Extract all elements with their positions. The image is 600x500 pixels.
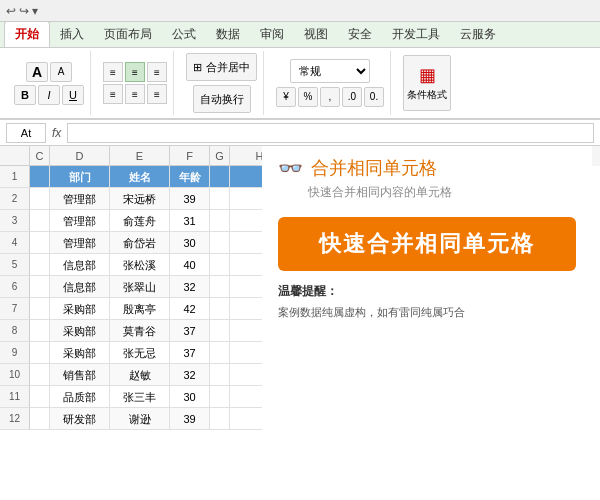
alignment-buttons: ≡ ≡ ≡ ≡ ≡ ≡ <box>103 62 167 104</box>
row-num-2[interactable]: 2 <box>0 188 30 210</box>
row-num-1[interactable]: 1 <box>0 166 30 188</box>
header-cell-name[interactable]: 姓名 <box>110 166 170 188</box>
col-header-F[interactable]: F <box>170 146 210 166</box>
tab-formula[interactable]: 公式 <box>162 22 206 47</box>
glasses-icon: 👓 <box>278 156 303 180</box>
dec-increase-button[interactable]: .0 <box>342 87 362 107</box>
ribbon-toolbar: A A B I U ≡ ≡ ≡ ≡ ≡ ≡ ⊞ 合并居中 自动换行 常规 <box>0 48 600 120</box>
align-bottom-center[interactable]: ≡ <box>125 84 145 104</box>
align-top-right[interactable]: ≡ <box>147 62 167 82</box>
row-num-3[interactable]: 3 <box>0 210 30 232</box>
row-num-8[interactable]: 8 <box>0 320 30 342</box>
warm-tip-label: 温馨提醒： <box>278 283 576 300</box>
auto-wrap-button[interactable]: 自动换行 <box>193 85 251 113</box>
format-group: 常规 数值 货币 文本 ¥ % , .0 0. <box>270 51 391 115</box>
tab-cloud[interactable]: 云服务 <box>450 22 506 47</box>
quick-access-toolbar: ↩ ↪ ▾ <box>6 4 38 18</box>
merge-center-button[interactable]: ⊞ 合并居中 <box>186 53 257 81</box>
font-size-controls: A A <box>26 62 72 82</box>
align-top-center[interactable]: ≡ <box>125 62 145 82</box>
ribbon-tabs: 开始 插入 页面布局 公式 数据 审阅 视图 安全 开发工具 云服务 <box>0 22 600 48</box>
thousands-button[interactable]: , <box>320 87 340 107</box>
cond-format-icon: ▦ <box>419 64 436 86</box>
bold-button[interactable]: B <box>14 85 36 105</box>
header-cell-dept[interactable]: 部门 <box>50 166 110 188</box>
row-num-5[interactable]: 5 <box>0 254 30 276</box>
warm-tip-text: 案例数据纯属虚构，如有雷同纯属巧合 <box>278 304 576 322</box>
font-group: A A B I U <box>8 51 91 115</box>
conditional-format-button[interactable]: ▦ 条件格式 <box>403 55 451 111</box>
tab-insert[interactable]: 插入 <box>50 22 94 47</box>
undo-button[interactable]: ↩ <box>6 4 16 18</box>
tab-home[interactable]: 开始 <box>4 21 50 47</box>
number-format-select[interactable]: 常规 数值 货币 文本 <box>290 59 370 83</box>
col-header-G[interactable]: G <box>210 146 230 166</box>
row-num-4[interactable]: 4 <box>0 232 30 254</box>
yuan-button[interactable]: ¥ <box>276 87 296 107</box>
cell-reference-input[interactable] <box>6 123 46 143</box>
header-cell-C[interactable] <box>30 166 50 188</box>
tab-layout[interactable]: 页面布局 <box>94 22 162 47</box>
row-num-7[interactable]: 7 <box>0 298 30 320</box>
merge-label: 合并居中 <box>206 60 250 75</box>
dec-decrease-button[interactable]: 0. <box>364 87 384 107</box>
merge-group: ⊞ 合并居中 自动换行 <box>180 51 264 115</box>
font-small-button[interactable]: A <box>50 62 72 82</box>
cond-format-group: ▦ 条件格式 <box>397 51 457 115</box>
align-bottom-left[interactable]: ≡ <box>103 84 123 104</box>
cond-format-label: 条件格式 <box>407 88 447 102</box>
header-cell-age[interactable]: 年龄 <box>170 166 210 188</box>
tab-review[interactable]: 审阅 <box>250 22 294 47</box>
row-num-6[interactable]: 6 <box>0 276 30 298</box>
right-panel: 👓 合并相同单元格 快速合并相同内容的单元格 快速合并相同单元格 温馨提醒： 案… <box>262 146 592 454</box>
align-group: ≡ ≡ ≡ ≡ ≡ ≡ <box>97 51 174 115</box>
auto-wrap-label: 自动换行 <box>200 92 244 107</box>
redo-button[interactable]: ↪ <box>19 4 29 18</box>
italic-button[interactable]: I <box>38 85 60 105</box>
col-header-C[interactable]: C <box>30 146 50 166</box>
row-numbers: 1 2 3 4 5 6 7 8 9 10 11 12 <box>0 166 30 500</box>
tab-data[interactable]: 数据 <box>206 22 250 47</box>
header-cell-G[interactable] <box>210 166 230 188</box>
row-num-11[interactable]: 11 <box>0 386 30 408</box>
tab-developer[interactable]: 开发工具 <box>382 22 450 47</box>
align-bottom-right[interactable]: ≡ <box>147 84 167 104</box>
quick-access-dropdown[interactable]: ▾ <box>32 4 38 18</box>
col-header-E[interactable]: E <box>110 146 170 166</box>
row-num-10[interactable]: 10 <box>0 364 30 386</box>
font-large-button[interactable]: A <box>26 62 48 82</box>
promo-title-container: 👓 合并相同单元格 <box>278 156 576 180</box>
promo-subtitle: 快速合并相同内容的单元格 <box>278 184 576 201</box>
tab-view[interactable]: 视图 <box>294 22 338 47</box>
percent-button[interactable]: % <box>298 87 318 107</box>
merge-icon: ⊞ <box>193 61 202 74</box>
col-header-D[interactable]: D <box>50 146 110 166</box>
row-num-12[interactable]: 12 <box>0 408 30 430</box>
corner-cell <box>0 146 30 166</box>
tab-security[interactable]: 安全 <box>338 22 382 47</box>
underline-button[interactable]: U <box>62 85 84 105</box>
fx-label: fx <box>52 126 61 140</box>
percent-controls: ¥ % , .0 0. <box>276 87 384 107</box>
merge-action-button[interactable]: 快速合并相同单元格 <box>278 217 576 271</box>
formula-input[interactable] <box>67 123 594 143</box>
align-top-left[interactable]: ≡ <box>103 62 123 82</box>
title-bar: ↩ ↪ ▾ <box>0 0 600 22</box>
row-num-9[interactable]: 9 <box>0 342 30 364</box>
promo-title: 合并相同单元格 <box>311 156 437 180</box>
formula-bar: fx <box>0 120 600 146</box>
